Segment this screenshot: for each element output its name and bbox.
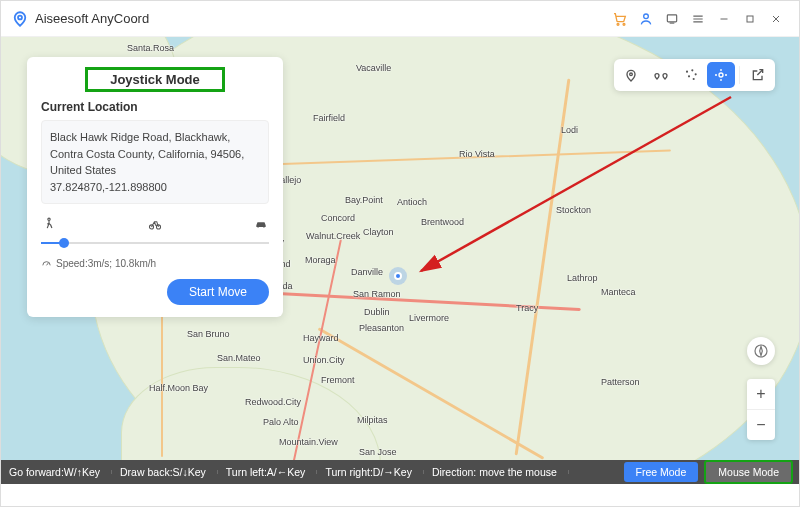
city-label: Half.Moon Bay (149, 383, 208, 393)
content-area: Santa.Rosa Petaluma Novato Vacaville Fai… (1, 37, 799, 484)
svg-point-2 (623, 23, 625, 25)
city-label: San Ramon (353, 289, 401, 299)
svg-point-7 (48, 218, 50, 220)
city-label: Clayton (363, 227, 394, 237)
app-logo-icon (11, 10, 29, 28)
zoom-control: + − (747, 379, 775, 440)
joystick-mode-button[interactable] (707, 62, 735, 88)
title-bar: Aiseesoft AnyCoord (1, 1, 799, 37)
maximize-button[interactable] (737, 6, 763, 32)
city-label: Stockton (556, 205, 591, 215)
svg-rect-5 (747, 16, 753, 22)
city-label: Santa.Rosa (127, 43, 174, 53)
svg-point-1 (617, 23, 619, 25)
walk-icon[interactable] (41, 216, 57, 232)
svg-point-14 (688, 75, 690, 77)
city-label: San Bruno (187, 329, 230, 339)
modify-location-button[interactable] (617, 62, 645, 88)
city-label: Danville (351, 267, 383, 277)
city-label: Antioch (397, 197, 427, 207)
minimize-button[interactable] (711, 6, 737, 32)
hint-forward: Go forward:W/↑Key (1, 466, 112, 478)
svg-point-3 (644, 14, 649, 19)
cart-icon[interactable] (607, 6, 633, 32)
one-stop-button[interactable] (647, 62, 675, 88)
panel-title: Joystick Mode (85, 67, 225, 92)
multi-stop-button[interactable] (677, 62, 705, 88)
svg-point-10 (630, 73, 633, 76)
svg-point-16 (719, 73, 723, 77)
city-label: Moraga (305, 255, 336, 265)
coords-text: 37.824870,-121.898800 (50, 179, 260, 196)
city-label: Palo Alto (263, 417, 299, 427)
speed-mode-row (41, 216, 269, 232)
speed-readout: Speed:3m/s; 10.8km/h (41, 258, 269, 269)
address-box: Black Hawk Ridge Road, Blackhawk, Contra… (41, 120, 269, 204)
city-label: Walnut.Creek (306, 231, 360, 241)
city-label: Tracy (516, 303, 538, 313)
hint-left: Turn left:A/←Key (218, 466, 318, 478)
export-button[interactable] (744, 62, 772, 88)
menu-icon[interactable] (685, 6, 711, 32)
city-label: Fremont (321, 375, 355, 385)
svg-point-11 (686, 71, 688, 73)
location-marker (389, 267, 407, 285)
svg-rect-4 (667, 14, 676, 21)
start-move-button[interactable]: Start Move (167, 279, 269, 305)
gauge-icon (41, 258, 52, 269)
address-text: Black Hawk Ridge Road, Blackhawk, Contra… (50, 129, 260, 179)
city-label: Fairfield (313, 113, 345, 123)
app-title: Aiseesoft AnyCoord (35, 11, 607, 26)
mouse-mode-button[interactable]: Mouse Mode (704, 460, 793, 484)
user-icon[interactable] (633, 6, 659, 32)
city-label: Mountain.View (279, 437, 338, 447)
city-label: Redwood.City (245, 397, 301, 407)
current-location-label: Current Location (41, 100, 269, 114)
city-label: Union.City (303, 355, 345, 365)
bike-icon[interactable] (147, 216, 163, 232)
city-label: Brentwood (421, 217, 464, 227)
city-label: Vacaville (356, 63, 391, 73)
city-label: San Jose (359, 447, 397, 457)
feedback-icon[interactable] (659, 6, 685, 32)
city-label: Bay.Point (345, 195, 383, 205)
city-label: San.Mateo (217, 353, 261, 363)
city-label: Patterson (601, 377, 640, 387)
mode-toolbar (614, 59, 775, 91)
car-icon[interactable] (253, 216, 269, 232)
hint-direction: Direction: move the mouse (424, 466, 569, 478)
city-label: Dublin (364, 307, 390, 317)
footer-bar: Go forward:W/↑Key Draw back:S/↓Key Turn … (1, 460, 799, 484)
toolbar-separator (739, 66, 740, 84)
svg-point-0 (18, 15, 22, 19)
svg-point-12 (691, 69, 693, 71)
app-window: Aiseesoft AnyCoord Santa.Rosa Petaluma N… (0, 0, 800, 507)
city-label: Concord (321, 213, 355, 223)
city-label: Rio Vista (459, 149, 495, 159)
joystick-panel: Joystick Mode Current Location Black Haw… (27, 57, 283, 317)
zoom-out-button[interactable]: − (747, 410, 775, 440)
city-label: Hayward (303, 333, 339, 343)
city-label: Lodi (561, 125, 578, 135)
svg-point-13 (695, 73, 697, 75)
city-label: Lathrop (567, 273, 598, 283)
free-mode-button[interactable]: Free Mode (624, 462, 699, 482)
svg-point-15 (693, 78, 695, 80)
city-label: Pleasanton (359, 323, 404, 333)
city-label: Milpitas (357, 415, 388, 425)
city-label: Manteca (601, 287, 636, 297)
speed-slider[interactable] (41, 236, 269, 250)
hint-right: Turn right:D/→Key (317, 466, 424, 478)
compass-button[interactable] (747, 337, 775, 365)
close-button[interactable] (763, 6, 789, 32)
zoom-in-button[interactable]: + (747, 379, 775, 409)
hint-back: Draw back:S/↓Key (112, 466, 218, 478)
city-label: Livermore (409, 313, 449, 323)
